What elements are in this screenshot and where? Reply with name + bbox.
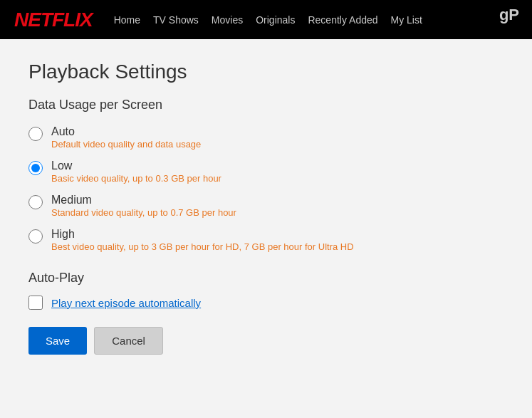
button-row: Save Cancel	[28, 327, 504, 355]
main-content: Playback Settings Data Usage per Screen …	[0, 39, 532, 376]
nav-movies[interactable]: Movies	[212, 14, 243, 26]
nav-recently-added[interactable]: Recently Added	[308, 14, 377, 26]
radio-medium-label: Medium	[51, 194, 236, 207]
radio-low-label: Low	[51, 160, 221, 172]
data-usage-radio-group: Auto Default video quality and data usag…	[28, 125, 504, 252]
nav-my-list[interactable]: My List	[391, 14, 422, 26]
radio-high[interactable]	[28, 229, 43, 244]
data-usage-heading: Data Usage per Screen	[28, 98, 504, 113]
radio-medium-desc: Standard video quality, up to 0.7 GB per…	[51, 207, 236, 218]
autoplay-section: Auto-Play Play next episode automaticall…	[28, 271, 504, 310]
radio-high-label: High	[51, 228, 354, 241]
radio-medium[interactable]	[28, 195, 43, 209]
autoplay-heading: Auto-Play	[28, 271, 504, 286]
nav-originals[interactable]: Originals	[256, 14, 295, 26]
radio-item-auto[interactable]: Auto Default video quality and data usag…	[28, 125, 504, 150]
autoplay-checkbox[interactable]	[28, 296, 43, 310]
radio-low-desc: Basic video quality, up to 0.3 GB per ho…	[51, 173, 221, 184]
nav-tv-shows[interactable]: TV Shows	[153, 14, 199, 26]
radio-auto[interactable]	[28, 127, 43, 141]
page-title: Playback Settings	[28, 61, 504, 83]
radio-high-desc: Best video quality, up to 3 GB per hour …	[51, 241, 354, 252]
main-nav: Home TV Shows Movies Originals Recently …	[114, 14, 422, 26]
radio-item-high[interactable]: High Best video quality, up to 3 GB per …	[28, 228, 504, 252]
header: NETFLIX Home TV Shows Movies Originals R…	[0, 0, 532, 39]
radio-item-medium[interactable]: Medium Standard video quality, up to 0.7…	[28, 194, 504, 218]
nav-home[interactable]: Home	[114, 14, 140, 26]
radio-low[interactable]	[28, 161, 43, 175]
cancel-button[interactable]: Cancel	[94, 327, 163, 355]
radio-item-low[interactable]: Low Basic video quality, up to 0.3 GB pe…	[28, 160, 504, 184]
netflix-logo: NETFLIX	[14, 9, 93, 31]
autoplay-checkbox-item[interactable]: Play next episode automatically	[28, 296, 504, 310]
save-button[interactable]: Save	[28, 327, 87, 355]
radio-auto-label: Auto	[51, 125, 201, 138]
autoplay-checkbox-label: Play next episode automatically	[51, 297, 201, 309]
gp-watermark: gP	[499, 6, 519, 24]
radio-auto-desc: Default video quality and data usage	[51, 139, 201, 150]
data-usage-section: Data Usage per Screen Auto Default video…	[28, 98, 504, 252]
